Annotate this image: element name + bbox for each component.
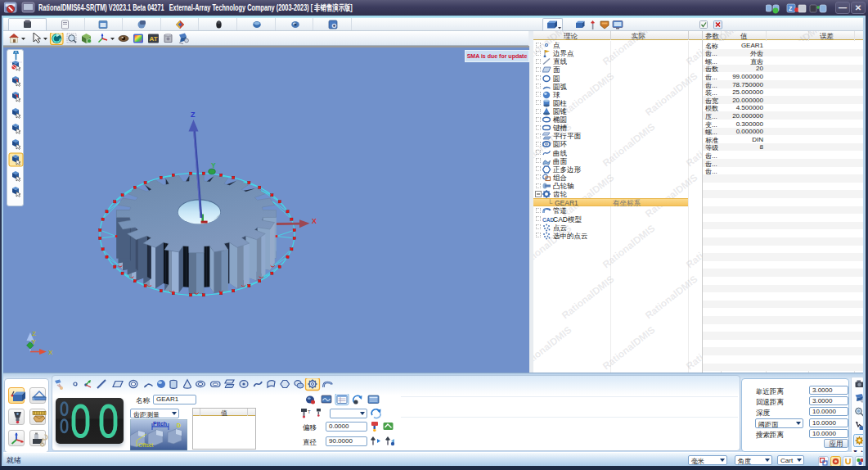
svg-text:X: X: [48, 349, 53, 356]
svg-text:D: D: [177, 423, 181, 428]
svg-text:Y: Y: [32, 338, 37, 346]
svg-text:Z: Z: [191, 111, 196, 119]
svg-text:Pitch: Pitch: [153, 421, 167, 427]
svg-text:AT: AT: [150, 35, 158, 43]
svg-text:X: X: [312, 217, 317, 225]
svg-text:T: T: [308, 409, 311, 414]
svg-text:Offset: Offset: [138, 442, 154, 448]
svg-text:Z: Z: [789, 6, 793, 11]
svg-text:Y: Y: [211, 161, 216, 169]
svg-text:Z: Z: [32, 330, 36, 337]
